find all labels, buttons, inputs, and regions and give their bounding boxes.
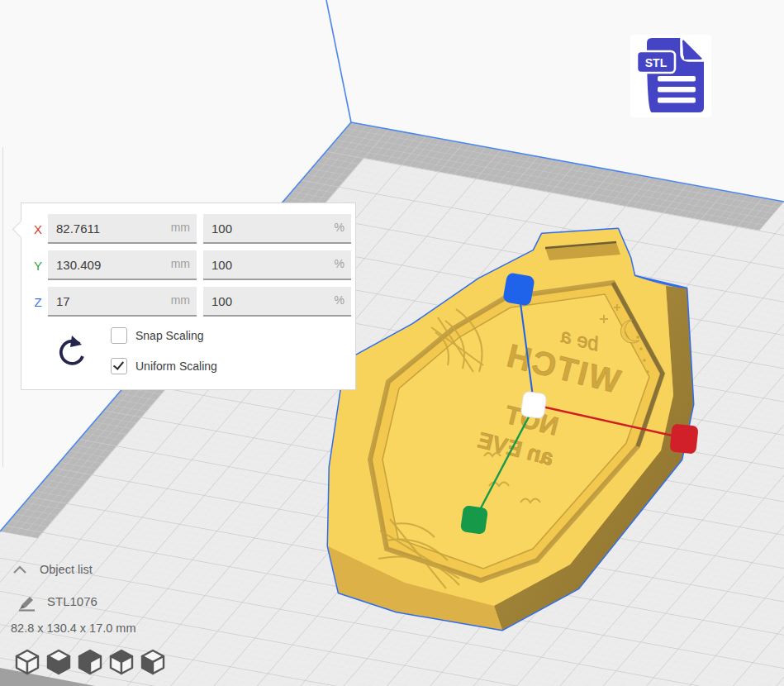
view-right-button[interactable] — [139, 648, 167, 676]
scale-tool-panel: X mm % Y mm % Z mm — [21, 202, 356, 390]
z-percent-input[interactable] — [211, 287, 311, 315]
x-size-unit: mm — [171, 221, 190, 234]
model-dimensions-label: 82.8 x 130.4 x 17.0 mm — [11, 622, 136, 635]
stl-file-card: STL — [630, 35, 711, 117]
left-toolbar-edge — [2, 147, 3, 467]
z-size-field: mm — [48, 287, 197, 317]
view-3d-button[interactable] — [13, 648, 41, 676]
x-percent-input[interactable] — [211, 214, 311, 242]
pencil-icon — [17, 592, 38, 612]
view-front-button[interactable] — [45, 648, 73, 676]
z-size-unit: mm — [171, 293, 190, 307]
y-size-field: mm — [48, 250, 197, 280]
x-size-input[interactable] — [56, 214, 155, 242]
x-scale-handle[interactable] — [669, 423, 698, 454]
uniform-scaling-row: Uniform Scaling — [111, 358, 217, 374]
snap-scaling-label: Snap Scaling — [135, 329, 204, 342]
snap-scaling-row: Snap Scaling — [111, 327, 204, 344]
stl-file-icon: STL — [630, 35, 711, 117]
reset-arrowhead — [70, 336, 82, 347]
view-orientation-bar — [13, 648, 170, 676]
y-size-input[interactable] — [56, 250, 155, 279]
object-list-item-name[interactable]: STL1076 — [47, 594, 97, 608]
chevron-up-icon[interactable] — [12, 565, 28, 574]
view-left-button[interactable] — [107, 648, 135, 676]
uniform-scaling-label: Uniform Scaling — [135, 360, 217, 373]
x-size-field: mm — [48, 214, 197, 244]
scale-row-z: Z mm % — [28, 287, 344, 317]
x-percent-unit: % — [335, 221, 344, 234]
scale-row-y: Y mm % — [28, 250, 344, 280]
stl-badge-label: STL — [645, 56, 668, 69]
y-axis-label: Y — [28, 259, 48, 273]
y-percent-field: % — [203, 250, 351, 280]
view-top-button[interactable] — [76, 648, 104, 676]
z-axis-label: Z — [28, 295, 48, 309]
uniform-scaling-checkbox[interactable] — [111, 358, 127, 374]
snap-scaling-checkbox[interactable] — [111, 327, 127, 344]
z-percent-field: % — [203, 287, 351, 317]
y-size-unit: mm — [171, 257, 190, 270]
y-percent-unit: % — [335, 257, 344, 270]
z-size-input[interactable] — [56, 287, 155, 315]
x-percent-field: % — [203, 214, 351, 244]
cura-3d-viewport-window: be a WITCH NOT an EVE — [0, 0, 784, 686]
reset-scale-button[interactable] — [55, 334, 86, 372]
uniform-scale-handle[interactable] — [520, 391, 547, 419]
y-percent-input[interactable] — [211, 250, 311, 279]
z-scale-handle[interactable] — [502, 272, 535, 306]
scale-row-x: X mm % — [28, 214, 344, 244]
y-scale-handle[interactable] — [460, 505, 488, 535]
x-axis-label: X — [28, 222, 48, 236]
z-percent-unit: % — [335, 293, 344, 307]
object-list-header[interactable]: Object list — [40, 563, 93, 576]
document-lines — [658, 76, 696, 103]
